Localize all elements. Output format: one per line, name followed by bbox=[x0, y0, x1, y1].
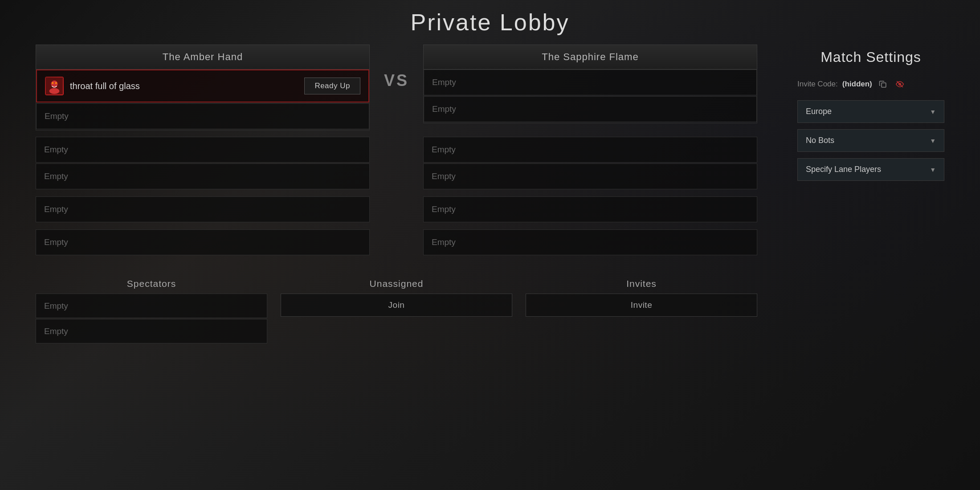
team-right-slot-1: Empty bbox=[424, 69, 757, 95]
lane-label: Specify Lane Players bbox=[806, 165, 881, 174]
lane-chevron: ▼ bbox=[930, 166, 936, 173]
team-right-slot-2: Empty bbox=[424, 96, 757, 122]
team-right-slots: Empty Empty bbox=[423, 69, 757, 123]
ready-up-button[interactable]: Ready Up bbox=[304, 78, 360, 94]
team-right-bottom-1: Empty bbox=[423, 196, 757, 222]
invite-code-label: Invite Code: bbox=[797, 80, 838, 89]
spectators-title: Spectators bbox=[36, 278, 267, 289]
eye-icon[interactable] bbox=[894, 78, 906, 90]
settings-title: Match Settings bbox=[797, 49, 944, 65]
page-title: Private Lobby bbox=[0, 0, 980, 45]
team-right-bottom2: Empty bbox=[423, 229, 757, 256]
team-left: The Amber Hand bbox=[36, 45, 370, 131]
copy-icon[interactable] bbox=[877, 78, 889, 90]
player-name: throat full of glass bbox=[70, 81, 298, 91]
join-button[interactable]: Join bbox=[281, 294, 512, 317]
svg-point-2 bbox=[49, 88, 60, 94]
svg-point-4 bbox=[55, 82, 57, 84]
lane-dropdown[interactable]: Specify Lane Players ▼ bbox=[797, 158, 944, 181]
invites-title: Invites bbox=[526, 278, 757, 289]
player-avatar bbox=[45, 77, 64, 95]
spectators-slot-1: Empty bbox=[36, 294, 267, 318]
team-left-mid-2: Empty bbox=[36, 163, 370, 189]
region-dropdown[interactable]: Europe ▼ bbox=[797, 100, 944, 123]
vs-spacer2 bbox=[370, 196, 423, 223]
svg-point-3 bbox=[52, 82, 53, 84]
bots-dropdown[interactable]: No Bots ▼ bbox=[797, 129, 944, 152]
team-left-bottom2: Empty bbox=[36, 229, 370, 256]
spectators-section: Spectators Empty Empty bbox=[36, 278, 267, 344]
invite-code-row: Invite Code: (hidden) bbox=[797, 78, 944, 90]
spectators-slot-2: Empty bbox=[36, 319, 267, 343]
vs-spacer3 bbox=[370, 229, 423, 256]
vs-divider: VS bbox=[370, 45, 423, 90]
region-chevron: ▼ bbox=[930, 108, 936, 115]
unassigned-title: Unassigned bbox=[281, 278, 512, 289]
player-slot-active: throat full of glass Ready Up bbox=[36, 69, 369, 102]
bots-label: No Bots bbox=[806, 136, 834, 145]
team-left-bottom-1: Empty bbox=[36, 196, 370, 222]
team-right-bottom-2: Empty bbox=[423, 229, 757, 255]
vs-spacer bbox=[370, 137, 423, 190]
unassigned-section: Unassigned Join bbox=[281, 278, 512, 344]
team-right-mid-1: Empty bbox=[423, 137, 757, 163]
team-left-slot-2: Empty bbox=[36, 103, 369, 129]
team-right-bottom: Empty bbox=[423, 196, 757, 223]
match-settings-panel: Match Settings Invite Code: (hidden) bbox=[775, 45, 944, 353]
team-right-mid: Empty Empty bbox=[423, 137, 757, 190]
team-left-header: The Amber Hand bbox=[36, 45, 370, 69]
team-left-bottom: Empty bbox=[36, 196, 370, 223]
team-right: The Sapphire Flame Empty Empty bbox=[423, 45, 757, 123]
team-left-mid-1: Empty bbox=[36, 137, 370, 163]
team-left-slots: throat full of glass Ready Up Empty bbox=[36, 69, 370, 131]
team-right-mid-2: Empty bbox=[423, 163, 757, 189]
bots-chevron: ▼ bbox=[930, 137, 936, 144]
invite-button[interactable]: Invite bbox=[526, 294, 757, 317]
team-left-mid: Empty Empty bbox=[36, 137, 370, 190]
vs-text: VS bbox=[384, 71, 409, 90]
svg-rect-5 bbox=[882, 83, 886, 87]
team-left-bottom-2: Empty bbox=[36, 229, 370, 255]
team-right-header: The Sapphire Flame bbox=[423, 45, 757, 69]
invite-code-value: (hidden) bbox=[842, 80, 872, 89]
region-label: Europe bbox=[806, 107, 832, 116]
invites-section: Invites Invite bbox=[526, 278, 757, 344]
